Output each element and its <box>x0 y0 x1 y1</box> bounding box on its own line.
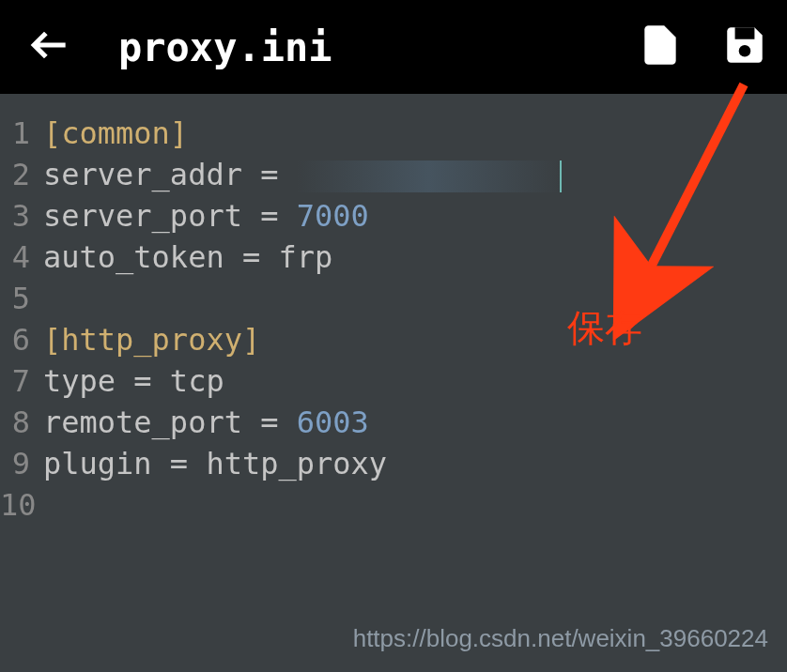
token-key: remote_port <box>43 405 242 440</box>
code-line[interactable]: auto_token = frp <box>43 237 787 278</box>
file-icon <box>637 22 684 69</box>
code-line[interactable]: [http_proxy] <box>43 319 787 360</box>
svg-point-1 <box>739 45 751 57</box>
token-section: [common] <box>43 115 188 151</box>
line-number: 1 <box>0 113 30 154</box>
code-line[interactable] <box>43 278 787 319</box>
token-eq: = <box>242 198 297 234</box>
code-line[interactable]: [common] <box>43 113 787 154</box>
line-number: 10 <box>0 484 30 526</box>
token-eq: = <box>242 157 297 192</box>
arrow-left-icon <box>26 22 73 69</box>
line-number: 2 <box>0 154 30 195</box>
token-num: 7000 <box>297 198 369 234</box>
token-key: auto_token <box>43 239 224 275</box>
redacted-value <box>297 160 560 192</box>
token-eq: = <box>242 405 297 440</box>
code-line[interactable]: server_addr = <box>43 154 787 195</box>
line-number: 7 <box>0 360 30 402</box>
token-key: plugin <box>43 446 152 481</box>
token-key: server_addr <box>43 157 242 192</box>
token-num: 6003 <box>297 405 369 440</box>
token-val: frp <box>278 239 332 275</box>
token-eq: = <box>224 239 279 275</box>
line-number: 4 <box>0 237 30 278</box>
token-val: tcp <box>170 363 224 399</box>
line-number: 3 <box>0 195 30 237</box>
token-eq: = <box>152 446 207 481</box>
code-line[interactable]: type = tcp <box>43 360 787 402</box>
token-section: [http_proxy] <box>43 322 260 358</box>
token-key: server_port <box>43 198 242 234</box>
code-line[interactable]: server_port = 7000 <box>43 195 787 237</box>
token-eq: = <box>116 363 170 399</box>
header: proxy.ini <box>0 0 787 94</box>
code-area[interactable]: [common]server_addr = server_port = 7000… <box>38 94 787 672</box>
code-line[interactable]: plugin = http_proxy <box>43 443 787 484</box>
watermark: https://blog.csdn.net/weixin_39660224 <box>353 624 768 653</box>
svg-rect-0 <box>735 27 755 39</box>
save-icon <box>721 22 768 69</box>
code-line[interactable] <box>43 484 787 526</box>
token-val: http_proxy <box>206 446 387 481</box>
line-number: 8 <box>0 402 30 443</box>
line-number: 6 <box>0 319 30 360</box>
line-number: 9 <box>0 443 30 484</box>
line-number-gutter: 12345678910 <box>0 94 38 672</box>
code-line[interactable]: remote_port = 6003 <box>43 402 787 443</box>
code-editor[interactable]: 12345678910 [common]server_addr = server… <box>0 94 787 672</box>
line-number: 5 <box>0 278 30 319</box>
new-file-button[interactable] <box>637 22 684 72</box>
save-button[interactable] <box>721 22 768 72</box>
file-title: proxy.ini <box>118 24 637 70</box>
back-button[interactable] <box>19 14 81 80</box>
token-key: type <box>43 363 116 399</box>
